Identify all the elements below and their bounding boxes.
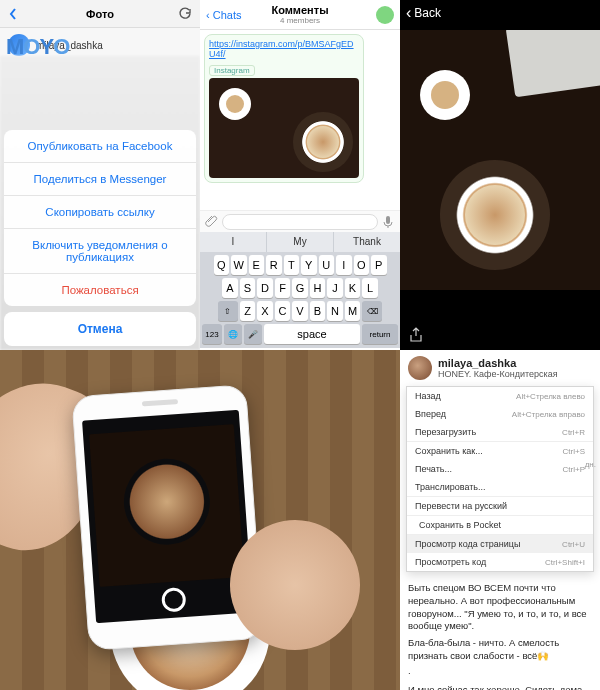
key-d[interactable]: D (257, 278, 273, 298)
action-sheet: Опубликовать на Facebook Поделиться в Me… (4, 130, 196, 346)
cancel-button[interactable]: Отмена (4, 312, 196, 346)
key-s[interactable]: S (240, 278, 256, 298)
key-t[interactable]: T (284, 255, 300, 275)
shutter-icon (160, 587, 186, 613)
suggestion[interactable]: My (267, 232, 334, 252)
context-menu: НазадAlt+Стрелка влевоВпередAlt+Стрелка … (406, 386, 594, 572)
key-l[interactable]: L (362, 278, 378, 298)
key-space[interactable]: space (264, 324, 360, 344)
message-input[interactable] (222, 214, 378, 230)
post-location[interactable]: HONEY. Кафе-Кондитерская (438, 369, 558, 379)
viewer-toolbar (400, 320, 600, 350)
lifestyle-photo-panel (0, 350, 400, 690)
post-caption: Быть спецом ВО ВСЕМ почти что нереально.… (400, 578, 600, 690)
key-r[interactable]: R (266, 255, 282, 275)
key-n[interactable]: N (327, 301, 343, 321)
key-x[interactable]: X (257, 301, 273, 321)
menu-item[interactable]: Просмотреть кодCtrl+Shift+I (407, 553, 593, 571)
key-w[interactable]: W (231, 255, 247, 275)
moyo-logo: MOYO (6, 34, 69, 60)
menu-item[interactable]: ПерезагрузитьCtrl+R (407, 423, 593, 441)
message-bubble[interactable]: https://instagram.com/p/BMSAFgEDU4f/ Ins… (204, 34, 364, 183)
share-icon[interactable] (408, 327, 424, 343)
menu-item[interactable]: Сохранить в Pocket (407, 515, 593, 534)
viewer-nav: ‹ Back (400, 0, 600, 26)
phone-screen (82, 410, 253, 623)
key-b[interactable]: B (310, 301, 326, 321)
chat-header: ‹ Chats Комменты 4 members (200, 0, 400, 30)
timestamp-aside: дн. (585, 460, 596, 469)
chat-subtitle: 4 members (200, 16, 400, 25)
nav-title: Фото (0, 8, 200, 20)
key-a[interactable]: A (222, 278, 238, 298)
key-k[interactable]: K (345, 278, 361, 298)
svg-rect-0 (386, 216, 390, 224)
keyboard: QWERTYUIOP ASDFGHJKL ⇧ZXCVBNM⌫ 123 🌐 🎤 s… (200, 252, 400, 348)
key-f[interactable]: F (275, 278, 291, 298)
menu-item[interactable]: Транслировать... (407, 478, 593, 496)
report[interactable]: Пожаловаться (4, 274, 196, 306)
key-g[interactable]: G (292, 278, 308, 298)
share-facebook[interactable]: Опубликовать на Facebook (4, 130, 196, 163)
photo[interactable] (400, 30, 600, 290)
key-shift[interactable]: ⇧ (218, 301, 238, 321)
avatar[interactable] (408, 356, 432, 380)
telegram-chat-panel: ‹ Chats Комменты 4 members https://insta… (200, 0, 400, 350)
key-mic[interactable]: 🎤 (244, 324, 262, 344)
attach-icon[interactable] (204, 215, 218, 229)
message-link[interactable]: https://instagram.com/p/BMSAFgEDU4f/ (209, 39, 359, 59)
key-p[interactable]: P (371, 255, 387, 275)
key-i[interactable]: I (336, 255, 352, 275)
keyboard-suggestions: I My Thank (200, 232, 400, 252)
key-return[interactable]: return (362, 324, 398, 344)
chat-title: Комменты (200, 4, 400, 16)
back-label[interactable]: Back (414, 6, 441, 20)
menu-item[interactable]: Сохранить как...Ctrl+S (407, 441, 593, 460)
post-username[interactable]: milaya_dashka (438, 357, 558, 369)
link-preview-image (209, 78, 359, 178)
menu-item[interactable]: Просмотр кода страницыCtrl+U (407, 534, 593, 553)
key-backspace[interactable]: ⌫ (362, 301, 382, 321)
key-q[interactable]: Q (214, 255, 230, 275)
copy-link[interactable]: Скопировать ссылку (4, 196, 196, 229)
key-u[interactable]: U (319, 255, 335, 275)
key-m[interactable]: M (345, 301, 361, 321)
key-e[interactable]: E (249, 255, 265, 275)
nav-bar: Фото (0, 0, 200, 28)
key-v[interactable]: V (292, 301, 308, 321)
enable-notifications[interactable]: Включить уведомления о публикациях (4, 229, 196, 274)
key-numbers[interactable]: 123 (202, 324, 222, 344)
photo-viewer-panel: ‹ Back (400, 0, 600, 350)
menu-item[interactable]: Печать...Ctrl+P (407, 460, 593, 478)
menu-item[interactable]: ВпередAlt+Стрелка вправо (407, 405, 593, 423)
key-j[interactable]: J (327, 278, 343, 298)
post-header: milaya_dashka HONEY. Кафе-Кондитерская (400, 350, 600, 384)
key-globe[interactable]: 🌐 (224, 324, 242, 344)
browser-contextmenu-panel: milaya_dashka HONEY. Кафе-Кондитерская Н… (400, 350, 600, 690)
menu-item[interactable]: НазадAlt+Стрелка влево (407, 387, 593, 405)
key-y[interactable]: Y (301, 255, 317, 275)
mic-icon[interactable] (382, 215, 396, 229)
chevron-left-icon[interactable]: ‹ (406, 4, 411, 22)
key-o[interactable]: O (354, 255, 370, 275)
ios-share-sheet-panel: Фото milaya_dashka MOYO Опубликовать на … (0, 0, 200, 350)
suggestion[interactable]: I (200, 232, 267, 252)
key-z[interactable]: Z (240, 301, 256, 321)
key-c[interactable]: C (275, 301, 291, 321)
menu-item[interactable]: Перевести на русский (407, 496, 593, 515)
message-area[interactable]: https://instagram.com/p/BMSAFgEDU4f/ Ins… (200, 30, 400, 210)
suggestion[interactable]: Thank (334, 232, 400, 252)
message-input-row (200, 210, 400, 232)
key-h[interactable]: H (310, 278, 326, 298)
share-messenger[interactable]: Поделиться в Messenger (4, 163, 196, 196)
link-source-badge: Instagram (209, 65, 255, 76)
